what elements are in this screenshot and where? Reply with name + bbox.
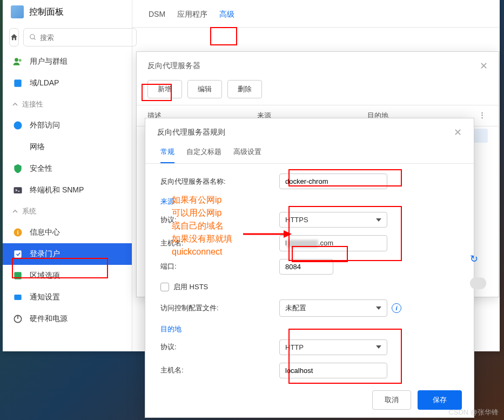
save-button[interactable]: 保存 [418,390,462,410]
hsts-checkbox[interactable] [160,283,169,291]
dialog-title: 反向代理服务器 [147,61,200,71]
tab-advanced-settings[interactable]: 高级设置 [233,147,261,163]
chevron-up-icon [12,209,18,214]
sidebar-item-domain[interactable]: 域/LDAP [3,72,132,94]
chevron-down-icon [376,345,381,349]
rule-editor-dialog: 反向代理服务器规则 ✕ 常规 自定义标题 高级设置 反向代理服务器名称: 来源 … [145,118,474,418]
src-protocol-select[interactable]: HTTPS [279,212,387,228]
shield-icon [12,163,23,174]
src-hostname-input[interactable]: l.com [279,235,387,251]
dialog-title: 反向代理服务器规则 [157,128,225,137]
portal-icon [12,249,23,259]
sidebar-item-terminal[interactable]: 终端机和 SNMP [3,179,132,201]
svg-text:i: i [17,229,18,236]
hsts-label: 启用 HSTS [173,282,208,292]
tab-dsm[interactable]: DSM [149,10,165,27]
sidebar: 控制面板 用户与群组 域/LDAP 连接性 外部访问 [3,0,132,351]
tab-advanced[interactable]: 高级 [219,10,234,27]
tab-general[interactable]: 常规 [160,147,174,163]
sidebar-item-power[interactable]: 硬件和电源 [3,308,132,330]
svg-point-0 [30,35,35,39]
svg-rect-11 [14,295,21,300]
network-icon [12,142,23,152]
close-button[interactable]: ✕ [480,60,488,72]
cancel-button[interactable]: 取消 [372,390,411,410]
section-system[interactable]: 系统 [3,201,132,222]
acl-select[interactable]: 未配置 [279,299,387,317]
sidebar-item-notify[interactable]: 通知设置 [3,286,132,308]
chevron-down-icon [376,306,381,310]
svg-rect-10 [14,272,21,279]
search-input[interactable] [23,28,137,46]
domain-icon [12,78,23,89]
name-input[interactable] [279,174,387,189]
src-port-input[interactable] [279,259,333,275]
sidebar-item-users[interactable]: 用户与群组 [3,51,132,72]
svg-rect-6 [14,187,22,194]
dest-protocol-label: 协议: [160,342,279,352]
notify-icon [12,292,23,303]
section-connectivity[interactable]: 连接性 [3,94,132,115]
top-tabs: DSM 应用程序 高级 [132,0,500,28]
globe-icon [12,120,23,131]
info-icon: i [12,227,23,238]
svg-rect-4 [14,79,21,86]
port-label: 端口: [160,262,279,271]
protocol-label: 协议: [160,215,279,225]
chevron-down-icon [376,218,381,222]
add-button[interactable]: 新增 [147,80,182,98]
dest-section: 目的地 [160,324,459,334]
info-icon[interactable]: i [392,303,401,313]
source-section: 来源 [160,197,459,206]
home-button[interactable] [9,28,19,46]
svg-point-5 [14,122,22,130]
sidebar-item-security[interactable]: 安全性 [3,158,132,179]
close-button[interactable]: ✕ [454,126,462,138]
users-icon [12,56,23,67]
hostname-label: 主机名: [160,238,279,248]
sidebar-item-external[interactable]: 外部访问 [3,115,132,136]
terminal-icon [12,185,23,196]
round-hint [470,277,486,289]
sidebar-header: 控制面板 [3,0,132,24]
acl-label: 访问控制配置文件: [160,303,279,313]
tab-apps[interactable]: 应用程序 [177,10,207,27]
sidebar-item-portal[interactable]: 登录门户 [3,243,132,265]
dest-protocol-select[interactable]: HTTP [279,339,387,355]
svg-rect-9 [14,250,21,257]
window-title: 控制面板 [29,6,64,18]
sidebar-item-network[interactable]: 网络 [3,136,132,158]
svg-point-2 [15,58,18,62]
sidebar-item-region[interactable]: 区域选项 [3,265,132,286]
search-icon [29,34,37,41]
region-icon [12,270,23,281]
power-icon [12,314,23,324]
svg-point-3 [19,59,22,62]
watermark: CSDN @张华锋 [448,408,499,417]
home-icon [10,33,18,42]
name-label: 反向代理服务器名称: [160,177,279,186]
refresh-icon[interactable]: ↻ [470,253,478,265]
dest-hostname-input[interactable] [279,363,387,378]
edit-button[interactable]: 编辑 [187,80,222,98]
sidebar-item-info[interactable]: i 信息中心 [3,222,132,243]
svg-line-1 [34,38,36,40]
tab-headers[interactable]: 自定义标题 [186,147,221,163]
col-more[interactable]: ⋮ [477,111,488,121]
delete-button[interactable]: 删除 [227,80,262,98]
dest-hostname-label: 主机名: [160,365,279,375]
control-panel-icon [11,5,24,18]
chevron-up-icon [12,102,18,107]
